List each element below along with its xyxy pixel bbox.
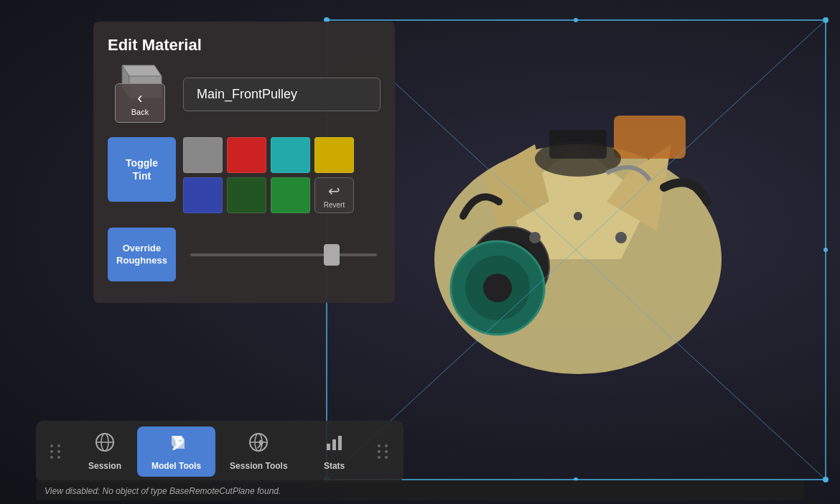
- session-tools-icon: [248, 432, 269, 457]
- svg-rect-24: [614, 116, 686, 159]
- swatch-gray[interactable]: [183, 137, 223, 173]
- model-tools-icon: [167, 432, 187, 457]
- status-bar: View disabled: No object of type BaseRem…: [36, 480, 804, 500]
- back-label: Back: [131, 108, 149, 116]
- swatch-teal[interactable]: [271, 137, 310, 173]
- drag-dot: [378, 456, 381, 459]
- engine-viewport: [345, 43, 811, 432]
- toggle-tint-label: ToggleTint: [126, 157, 158, 182]
- roughness-slider-container: [187, 253, 381, 256]
- drag-handle-right: [374, 441, 393, 462]
- swatch-yellow[interactable]: [314, 137, 354, 173]
- roughness-slider-track[interactable]: [190, 253, 377, 256]
- override-roughness-button[interactable]: OverrideRoughness: [108, 228, 176, 281]
- svg-point-27: [615, 232, 627, 243]
- drag-dot: [385, 444, 388, 447]
- back-button[interactable]: ‹ Back: [115, 83, 165, 123]
- session-label: Session: [88, 461, 121, 471]
- back-chevron-icon: ‹: [137, 90, 142, 106]
- roughness-slider-thumb[interactable]: [324, 244, 340, 266]
- svg-rect-43: [338, 436, 342, 450]
- drag-dot: [57, 456, 60, 459]
- revert-label: Revert: [324, 201, 345, 209]
- toolbar: Session Model Tools Sessi: [36, 421, 403, 482]
- session-tools-label: Session Tools: [230, 461, 287, 471]
- status-text: View disabled: No object of type BaseRem…: [45, 486, 281, 496]
- drag-dot: [57, 450, 60, 453]
- model-tools-label: Model Tools: [151, 461, 201, 471]
- drag-dot: [50, 456, 53, 459]
- material-name-display: Main_FrontPulley: [183, 78, 381, 111]
- swatch-green[interactable]: [271, 177, 310, 213]
- drag-dot: [50, 450, 53, 453]
- stats-icon: [325, 432, 345, 457]
- drag-dot: [385, 450, 388, 453]
- svg-point-22: [483, 274, 512, 302]
- svg-rect-42: [332, 439, 336, 450]
- drag-dot: [57, 444, 60, 447]
- drag-dot: [378, 444, 381, 447]
- cube-back-area: ‹ Back: [108, 65, 172, 123]
- edit-material-panel: Edit Material ‹ Back Main_FrontPulley To…: [93, 22, 395, 303]
- toolbar-item-session-tools[interactable]: Session Tools: [215, 426, 302, 477]
- drag-dot: [50, 444, 53, 447]
- session-icon: [95, 432, 115, 457]
- svg-point-26: [529, 232, 541, 243]
- stats-label: Stats: [324, 461, 345, 471]
- override-roughness-label: OverrideRoughness: [116, 243, 167, 266]
- swatch-red[interactable]: [227, 137, 266, 173]
- toolbar-item-session[interactable]: Session: [73, 426, 137, 477]
- roughness-row: OverrideRoughness: [108, 228, 381, 281]
- drag-dot: [378, 450, 381, 453]
- revert-icon: ↩: [328, 182, 340, 200]
- toggle-tint-button[interactable]: ToggleTint: [108, 137, 176, 202]
- svg-point-28: [574, 212, 582, 220]
- swatch-grid-area: ToggleTint ↩ Revert: [108, 137, 381, 213]
- drag-handle-left: [47, 441, 65, 462]
- panel-top-row: ‹ Back Main_FrontPulley: [108, 65, 381, 123]
- toolbar-item-model-tools[interactable]: Model Tools: [137, 426, 215, 477]
- panel-title: Edit Material: [108, 36, 381, 55]
- engine-svg: [391, 58, 765, 417]
- swatch-dark-green[interactable]: [227, 177, 266, 213]
- swatch-blue[interactable]: [183, 177, 223, 213]
- revert-button[interactable]: ↩ Revert: [314, 177, 354, 213]
- svg-rect-41: [327, 444, 330, 450]
- drag-dot: [385, 456, 388, 459]
- toolbar-item-stats[interactable]: Stats: [302, 426, 367, 477]
- swatches-grid: ↩ Revert: [183, 137, 354, 213]
